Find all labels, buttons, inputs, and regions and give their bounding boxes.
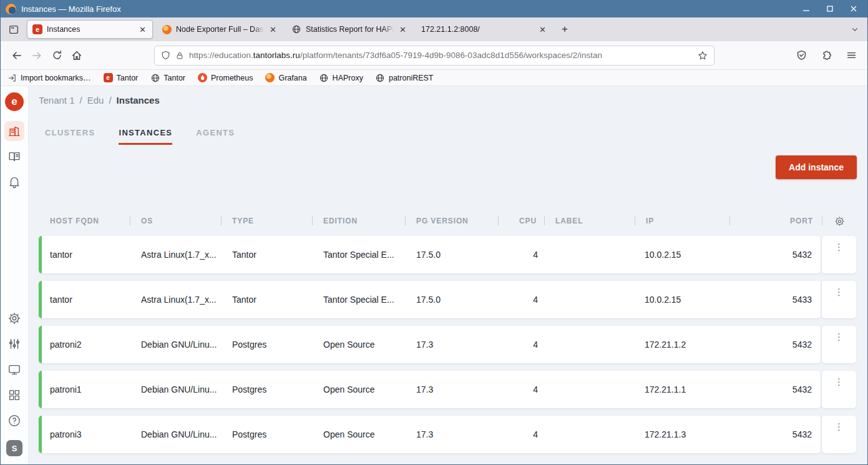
bookmarks-bar: Import bookmarks… e Tantor Tantor Promet… — [1, 70, 867, 86]
bell-icon — [7, 175, 21, 189]
bookmark-import[interactable]: Import bookmarks… — [8, 74, 91, 82]
reload-button[interactable] — [47, 46, 67, 66]
tantor-icon: e — [104, 73, 113, 82]
col-header-pg-version: PG VERSION — [405, 216, 498, 226]
firefox-view-button[interactable] — [4, 21, 23, 38]
maximize-button[interactable] — [821, 2, 839, 15]
sidebar-item-settings[interactable] — [4, 308, 24, 328]
sidebar-item-apps[interactable] — [4, 385, 24, 405]
user-avatar[interactable]: S — [6, 440, 22, 456]
bookmark-haproxy[interactable]: HAProxy — [319, 73, 363, 82]
instance-row-tantor-5432[interactable]: tantor Astra Linux(1.7_x... Tantor Tanto… — [39, 236, 821, 273]
extensions-puzzle-icon[interactable] — [816, 46, 836, 66]
firefox-logo-icon — [6, 4, 16, 14]
sidebar-item-monitor[interactable] — [4, 360, 24, 379]
minimize-button[interactable] — [797, 2, 815, 15]
tab-instances-section[interactable]: INSTANCES — [119, 128, 172, 145]
home-button[interactable] — [67, 46, 87, 66]
col-header-label: LABEL — [544, 216, 635, 226]
tab-haproxy-stats[interactable]: Statistics Report for HAPro ✕ — [286, 20, 412, 39]
lock-icon[interactable] — [175, 51, 184, 60]
instances-table: tantor Astra Linux(1.7_x... Tantor Tanto… — [39, 236, 857, 453]
building-icon — [7, 124, 21, 138]
forward-button[interactable] — [27, 46, 47, 66]
kebab-icon: ⋮ — [834, 242, 844, 252]
app-sidebar: e S — [1, 86, 29, 464]
breadcrumb-current: Instances — [117, 95, 160, 105]
bookmark-patronirest[interactable]: patroniREST — [376, 73, 434, 82]
col-header-port: PORT — [729, 216, 821, 226]
tab-clusters[interactable]: CLUSTERS — [45, 128, 95, 145]
main-panel: Tenant 1 / Edu / Instances CLUSTERS INST… — [29, 86, 867, 464]
tab-patroni[interactable]: 172.21.1.2:8008/ ✕ — [416, 20, 552, 39]
import-icon — [8, 74, 17, 82]
close-button[interactable] — [845, 2, 862, 15]
row-menu-button[interactable]: ⋮ — [822, 326, 856, 363]
menu-hamburger-icon[interactable] — [841, 46, 861, 66]
row-menu-button[interactable]: ⋮ — [822, 416, 856, 453]
col-header-ip: IP — [635, 216, 729, 226]
sliders-icon — [7, 337, 21, 351]
window-titlebar: Instances — Mozilla Firefox — [1, 0, 867, 17]
globe-icon — [291, 24, 301, 34]
help-icon — [7, 414, 21, 428]
bookmark-tantor-globe[interactable]: Tantor — [150, 73, 185, 82]
kebab-icon: ⋮ — [834, 287, 844, 296]
list-all-tabs-button[interactable] — [846, 21, 864, 38]
add-instance-button[interactable]: Add instance — [776, 155, 857, 179]
bookmark-prometheus[interactable]: Prometheus — [198, 73, 253, 82]
monitor-icon — [7, 363, 21, 376]
tracking-shield-icon[interactable] — [161, 51, 170, 60]
col-header-type: TYPE — [221, 216, 312, 226]
tab-strip: e Instances ✕ Node Exporter Full – Dashb… — [1, 17, 867, 41]
table-row: patroni1 Debian GNU/Linu... Postgres Ope… — [39, 371, 857, 408]
breadcrumb-workspace[interactable]: Edu — [87, 95, 104, 105]
breadcrumb-tenant[interactable]: Tenant 1 — [39, 95, 75, 105]
tab-instances[interactable]: e Instances ✕ — [27, 20, 153, 39]
table-settings-gear-icon[interactable] — [822, 216, 857, 226]
col-header-host-fqdn: HOST FQDN — [39, 216, 130, 226]
url-bar[interactable]: https://education.tantorlabs.ru/platform… — [154, 46, 714, 66]
firefox-window: Instances — Mozilla Firefox e Instances … — [0, 0, 868, 465]
row-menu-button[interactable]: ⋮ — [822, 236, 856, 273]
kebab-icon: ⋮ — [834, 422, 844, 431]
tab-close-icon[interactable]: ✕ — [138, 25, 147, 34]
sidebar-item-workspaces[interactable] — [4, 121, 24, 141]
instance-row-tantor-5433[interactable]: tantor Astra Linux(1.7_x... Tantor Tanto… — [39, 281, 821, 318]
tab-close-icon[interactable]: ✕ — [398, 25, 407, 34]
table-row: tantor Astra Linux(1.7_x... Tantor Tanto… — [39, 281, 857, 318]
book-icon — [7, 150, 21, 164]
tab-close-icon[interactable]: ✕ — [268, 25, 278, 34]
table-row: patroni2 Debian GNU/Linu... Postgres Ope… — [39, 326, 857, 363]
shield-check-icon[interactable] — [791, 46, 811, 66]
tantor-icon: e — [32, 24, 42, 34]
tantor-logo[interactable]: e — [5, 92, 24, 111]
breadcrumb: Tenant 1 / Edu / Instances — [39, 95, 857, 105]
grid-icon — [7, 388, 21, 402]
navigation-toolbar: https://education.tantorlabs.ru/platform… — [1, 41, 867, 70]
sidebar-item-notifications[interactable] — [4, 172, 24, 192]
tab-agents[interactable]: AGENTS — [196, 128, 235, 145]
prometheus-icon — [198, 73, 207, 82]
gear-icon — [7, 311, 21, 325]
globe-icon — [319, 73, 329, 82]
sidebar-item-help[interactable] — [4, 411, 24, 431]
row-menu-button[interactable]: ⋮ — [822, 281, 856, 318]
bookmark-star-icon[interactable] — [698, 51, 708, 61]
col-header-os: OS — [130, 216, 221, 226]
back-button[interactable] — [7, 46, 27, 66]
instance-row-patroni3[interactable]: patroni3 Debian GNU/Linu... Postgres Ope… — [39, 416, 821, 453]
row-menu-button[interactable]: ⋮ — [822, 371, 856, 408]
table-row: patroni3 Debian GNU/Linu... Postgres Ope… — [39, 416, 857, 453]
sidebar-item-docs[interactable] — [4, 147, 24, 167]
tab-node-exporter[interactable]: Node Exporter Full – Dashb ✕ — [157, 20, 283, 39]
instance-row-patroni1[interactable]: patroni1 Debian GNU/Linu... Postgres Ope… — [39, 371, 821, 408]
toolbar-right-icons — [791, 46, 861, 66]
bookmark-tantor[interactable]: e Tantor — [104, 73, 139, 82]
instance-row-patroni2[interactable]: patroni2 Debian GNU/Linu... Postgres Ope… — [39, 326, 821, 363]
sidebar-item-tune[interactable] — [4, 334, 24, 354]
bookmark-grafana[interactable]: Grafana — [265, 73, 306, 82]
tab-close-icon[interactable]: ✕ — [538, 25, 547, 34]
kebab-icon: ⋮ — [834, 332, 844, 341]
new-tab-button[interactable]: + — [556, 21, 573, 38]
